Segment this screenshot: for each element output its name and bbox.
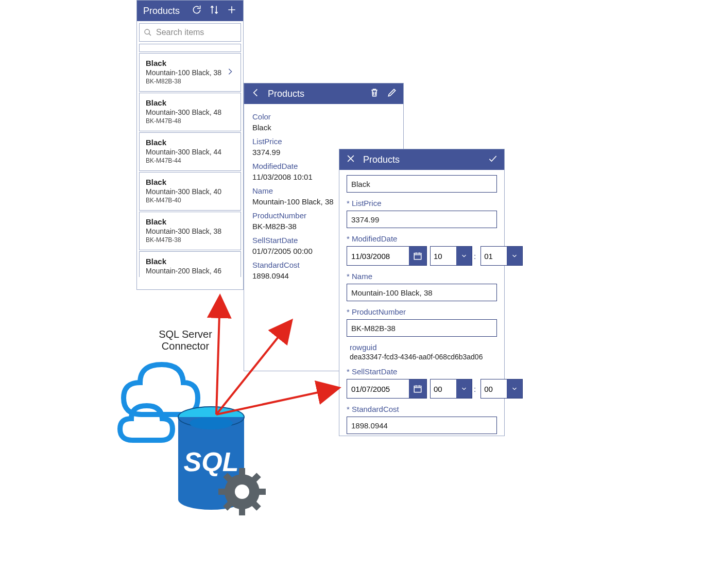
name-field[interactable] bbox=[347, 284, 497, 301]
svg-point-15 bbox=[235, 485, 249, 499]
list-panel: Products Search items Black Mountain-100… bbox=[136, 0, 244, 290]
list-item-color: Black bbox=[146, 59, 234, 67]
list-item[interactable]: Black Mountain-300 Black, 40 BK-M47B-40 bbox=[139, 172, 241, 211]
svg-point-3 bbox=[178, 407, 244, 427]
svg-rect-8 bbox=[239, 507, 245, 515]
svg-rect-1 bbox=[414, 253, 421, 260]
svg-rect-13 bbox=[251, 500, 261, 511]
list-item-code: BK-M82B-38 bbox=[146, 78, 234, 85]
svg-rect-12 bbox=[223, 500, 233, 511]
edit-panel: Products ListPrice ModifiedDate : Name P… bbox=[339, 149, 505, 436]
svg-line-16 bbox=[216, 298, 220, 414]
listprice-field[interactable] bbox=[347, 211, 497, 228]
rowguid-label: rowguid bbox=[350, 343, 497, 352]
list-item[interactable]: Black Mountain-300 Black, 48 BK-M47B-48 bbox=[139, 93, 241, 131]
list-item-name: Mountain-300 Black, 38 bbox=[146, 227, 234, 235]
svg-point-6 bbox=[225, 474, 260, 509]
close-icon[interactable] bbox=[346, 153, 356, 166]
list-item[interactable]: Black Mountain-300 Black, 38 BK-M47B-38 bbox=[139, 212, 241, 250]
list-item-color: Black bbox=[146, 217, 234, 226]
modifieddate-hour-field[interactable] bbox=[431, 247, 456, 265]
list-item-name: Mountain-300 Black, 44 bbox=[146, 148, 234, 156]
svg-rect-9 bbox=[258, 489, 266, 495]
list-item[interactable]: Black Mountain-200 Black, 46 bbox=[139, 251, 241, 277]
color-label: Color bbox=[252, 112, 395, 121]
list-item-code: BK-M47B-44 bbox=[146, 157, 234, 164]
svg-rect-2 bbox=[414, 386, 421, 392]
calendar-icon[interactable] bbox=[409, 247, 426, 265]
list-header: Products bbox=[137, 1, 243, 21]
svg-point-0 bbox=[145, 29, 149, 34]
list-spacer bbox=[139, 44, 241, 52]
edit-header: Products bbox=[339, 149, 504, 170]
sellstartdate-date-field[interactable] bbox=[347, 379, 409, 398]
list-title: Products bbox=[143, 6, 192, 16]
detail-header: Products bbox=[244, 83, 403, 104]
add-icon[interactable] bbox=[227, 5, 237, 18]
label-line2: Connector bbox=[162, 340, 209, 352]
edit-icon[interactable] bbox=[387, 88, 397, 100]
delete-icon[interactable] bbox=[369, 88, 380, 100]
sellstartdate-hour-field[interactable] bbox=[431, 379, 456, 398]
standardcost-field[interactable] bbox=[347, 417, 497, 434]
modifieddate-label: ModifiedDate bbox=[347, 234, 497, 243]
svg-rect-10 bbox=[218, 489, 227, 495]
list-item-color: Black bbox=[146, 257, 234, 266]
confirm-icon[interactable] bbox=[488, 153, 498, 166]
chevron-down-icon[interactable] bbox=[456, 247, 472, 265]
chevron-down-icon[interactable] bbox=[507, 247, 522, 265]
time-colon: : bbox=[474, 252, 476, 261]
list-item-code: BK-M47B-48 bbox=[146, 117, 234, 125]
list-item-code: BK-M47B-38 bbox=[146, 236, 234, 244]
modifieddate-date-field[interactable] bbox=[347, 247, 409, 265]
list-item-color: Black bbox=[146, 138, 234, 147]
standardcost-label: StandardCost bbox=[347, 405, 497, 413]
chevron-down-icon[interactable] bbox=[456, 379, 472, 398]
sellstartdate-min-field[interactable] bbox=[481, 379, 507, 398]
list-item-name: Mountain-200 Black, 46 bbox=[146, 267, 234, 275]
back-icon[interactable] bbox=[250, 88, 261, 100]
chevron-right-icon bbox=[226, 66, 234, 79]
sellstartdate-label: SellStartDate bbox=[347, 367, 497, 376]
svg-point-5 bbox=[190, 417, 233, 429]
sql-text: SQL bbox=[184, 447, 239, 477]
detail-title: Products bbox=[268, 89, 369, 99]
list-item-color: Black bbox=[146, 98, 234, 107]
search-input[interactable]: Search items bbox=[139, 23, 241, 42]
productnumber-label: ProductNumber bbox=[347, 307, 497, 316]
listprice-label: ListPrice bbox=[347, 199, 497, 207]
label-line1: SQL Server bbox=[159, 328, 212, 340]
chevron-down-icon[interactable] bbox=[507, 379, 522, 398]
list-item-code: BK-M47B-40 bbox=[146, 197, 234, 204]
svg-point-4 bbox=[178, 407, 244, 427]
sort-icon[interactable] bbox=[209, 5, 219, 18]
edit-title: Products bbox=[363, 154, 488, 165]
list-item-color: Black bbox=[146, 178, 234, 186]
list-item[interactable]: Black Mountain-300 Black, 44 BK-M47B-44 bbox=[139, 132, 241, 171]
calendar-icon[interactable] bbox=[409, 379, 426, 398]
list-item-name: Mountain-300 Black, 48 bbox=[146, 108, 234, 116]
color-value: Black bbox=[252, 123, 395, 132]
svg-rect-11 bbox=[251, 473, 261, 483]
name-label: Name bbox=[347, 272, 497, 281]
connector-label: SQL Server Connector bbox=[154, 328, 216, 352]
color-field[interactable] bbox=[347, 175, 497, 193]
search-icon bbox=[144, 28, 152, 37]
modifieddate-min-field[interactable] bbox=[481, 247, 507, 265]
time-colon: : bbox=[474, 385, 476, 393]
list-item-name: Mountain-100 Black, 38 bbox=[146, 68, 234, 77]
listprice-label: ListPrice bbox=[252, 137, 395, 146]
refresh-icon[interactable] bbox=[192, 5, 202, 18]
svg-line-18 bbox=[216, 388, 337, 414]
search-placeholder: Search items bbox=[156, 28, 204, 37]
svg-rect-7 bbox=[239, 468, 245, 476]
svg-rect-14 bbox=[223, 473, 233, 483]
list-item-name: Mountain-300 Black, 40 bbox=[146, 187, 234, 196]
list-item[interactable]: Black Mountain-100 Black, 38 BK-M82B-38 bbox=[139, 53, 241, 92]
productnumber-field[interactable] bbox=[347, 319, 497, 337]
rowguid-value: dea33347-fcd3-4346-aa0f-068cd6b3ad06 bbox=[350, 353, 497, 361]
